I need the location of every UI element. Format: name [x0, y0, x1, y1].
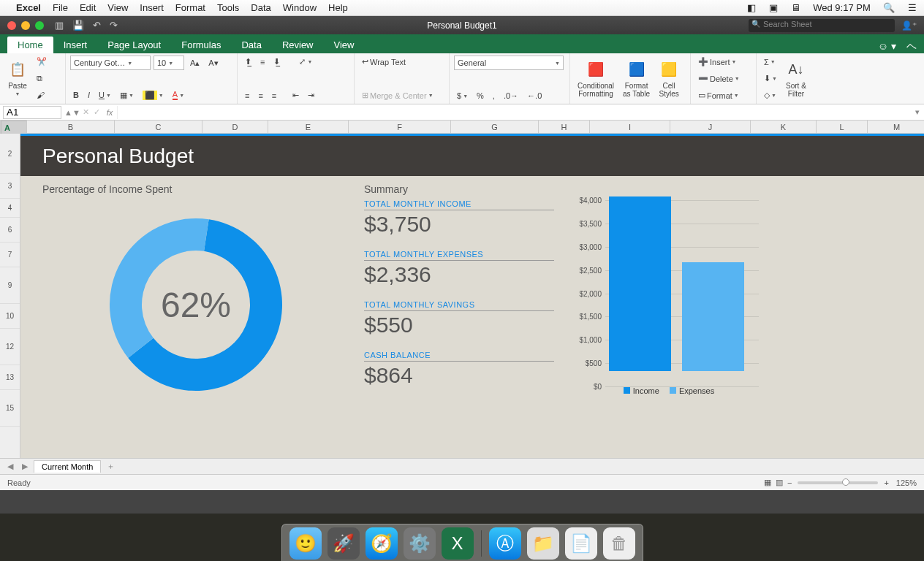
formula-input[interactable]	[117, 106, 915, 119]
menu-format[interactable]: Format	[175, 2, 205, 13]
sheet-content[interactable]: Personal Budget Percentage of Income Spe…	[20, 134, 924, 458]
smiley-feedback-icon[interactable]: ☺ ▾	[878, 40, 896, 53]
spotlight-icon[interactable]: 🔍	[883, 2, 895, 13]
paste-button[interactable]: 📋 Paste▼	[4, 58, 31, 99]
dock-trash[interactable]: 🗑	[603, 527, 635, 560]
menu-file[interactable]: File	[53, 2, 68, 13]
align-top-icon[interactable]: ⬆̲	[242, 56, 254, 68]
col-header-E[interactable]: E	[268, 121, 349, 133]
dock-downloads[interactable]: 📄	[565, 527, 597, 560]
increase-font-icon[interactable]: A▴	[187, 57, 202, 69]
qat-icon[interactable]: ▥	[55, 20, 64, 31]
delete-cells-button[interactable]: ➖ Delete ▼	[695, 72, 743, 85]
format-cells-button[interactable]: ▭ Format ▼	[695, 89, 742, 102]
collapse-ribbon-icon[interactable]: ヘ	[906, 40, 917, 53]
sheet-tab-current[interactable]: Current Month	[34, 460, 101, 473]
number-format-select[interactable]: General▼	[454, 56, 564, 70]
tab-insert[interactable]: Insert	[53, 37, 98, 53]
menu-tools[interactable]: Tools	[217, 2, 239, 13]
increase-indent-icon[interactable]: ⇥	[305, 89, 317, 102]
orientation-icon[interactable]: ⤢▼	[296, 56, 315, 68]
zoom-out-icon[interactable]: −	[787, 478, 792, 487]
fx-icon[interactable]: fx	[107, 108, 113, 117]
worksheet-area[interactable]: 23467910121315 Personal Budget Percentag…	[0, 134, 924, 458]
align-bottom-icon[interactable]: ⬇̲	[270, 56, 283, 68]
menu-edit[interactable]: Edit	[80, 2, 96, 13]
decrease-font-icon[interactable]: A▾	[205, 57, 221, 69]
border-button[interactable]: ▦▼	[117, 89, 137, 102]
menubar-clock[interactable]: Wed 9:17 PM	[813, 2, 871, 13]
format-painter-icon[interactable]: 🖌	[34, 89, 50, 101]
row-header-15[interactable]: 15	[0, 390, 20, 427]
align-center-icon[interactable]: ≡	[255, 90, 265, 102]
row-header-10[interactable]: 10	[0, 304, 20, 329]
col-header-D[interactable]: D	[202, 121, 268, 133]
dock-settings[interactable]: ⚙️	[404, 527, 436, 560]
font-size-select[interactable]: 10▼	[154, 56, 184, 70]
row-header-4[interactable]: 4	[0, 199, 20, 218]
align-middle-icon[interactable]: ≡	[257, 56, 268, 68]
zoom-slider[interactable]	[798, 481, 878, 484]
sheet-nav-next[interactable]: ▶	[19, 462, 31, 471]
col-header-M[interactable]: M	[868, 121, 924, 133]
font-name-select[interactable]: Century Got…▼	[70, 56, 151, 70]
row-header-13[interactable]: 13	[0, 365, 20, 390]
share-icon[interactable]: 👤⁺	[901, 20, 917, 31]
col-header-F[interactable]: F	[349, 121, 451, 133]
minimize-window[interactable]	[21, 21, 30, 30]
accounting-format-icon[interactable]: $ ▼	[454, 90, 471, 102]
tab-view[interactable]: View	[324, 37, 365, 53]
tab-home[interactable]: Home	[7, 37, 53, 53]
tab-formulas[interactable]: Formulas	[171, 37, 231, 53]
fill-color-button[interactable]: ⬛▼	[140, 89, 167, 102]
dock-launchpad[interactable]: 🚀	[327, 527, 360, 560]
align-right-icon[interactable]: ≡	[269, 90, 279, 102]
view-normal-icon[interactable]: ▦	[764, 478, 771, 487]
format-as-table-button[interactable]: 🟦Format as Table	[620, 58, 653, 99]
dock-safari[interactable]: 🧭	[366, 527, 398, 560]
menu-view[interactable]: View	[107, 2, 128, 13]
tab-data[interactable]: Data	[231, 37, 271, 53]
save-icon[interactable]: 💾	[72, 20, 84, 31]
row-header-9[interactable]: 9	[0, 267, 20, 304]
close-window[interactable]	[7, 21, 16, 30]
undo-icon[interactable]: ↶	[93, 20, 101, 31]
copy-icon[interactable]: ⧉	[34, 72, 50, 85]
fill-icon[interactable]: ⬇ ▼	[761, 72, 780, 85]
zoom-in-icon[interactable]: +	[884, 478, 888, 487]
col-header-B[interactable]: B	[27, 121, 115, 133]
wrap-text-button[interactable]: ↩ Wrap Text	[359, 56, 409, 68]
increase-decimal-icon[interactable]: .0→	[501, 90, 521, 102]
row-header-6[interactable]: 6	[0, 218, 20, 243]
font-color-button[interactable]: A▼	[170, 88, 187, 102]
search-sheet-input[interactable]: Search Sheet	[749, 19, 895, 32]
zoom-level[interactable]: 125%	[896, 478, 917, 487]
sort-filter-button[interactable]: A↓Sort & Filter	[783, 58, 809, 99]
row-header-3[interactable]: 3	[0, 174, 20, 199]
row-header-2[interactable]: 2	[0, 134, 20, 174]
tab-review[interactable]: Review	[272, 37, 324, 53]
view-page-layout-icon[interactable]: ▥	[776, 478, 783, 487]
expand-formula-bar-icon[interactable]: ▾	[915, 107, 920, 117]
redo-icon[interactable]: ↷	[110, 20, 118, 31]
menubar-icon[interactable]: ▣	[769, 2, 778, 13]
menubar-icon[interactable]: ◧	[747, 2, 756, 13]
col-header-K[interactable]: K	[751, 121, 817, 133]
app-menu[interactable]: Excel	[16, 2, 41, 13]
col-header-H[interactable]: H	[539, 121, 590, 133]
menu-data[interactable]: Data	[251, 2, 270, 13]
add-sheet-button[interactable]: ＋	[104, 461, 118, 472]
conditional-formatting-button[interactable]: 🟥Conditional Formatting	[575, 58, 617, 99]
name-box[interactable]	[3, 106, 61, 119]
align-left-icon[interactable]: ≡	[242, 90, 252, 102]
menu-insert[interactable]: Insert	[140, 2, 164, 13]
col-header-A[interactable]: A	[1, 121, 27, 135]
percent-format-icon[interactable]: %	[474, 90, 487, 102]
menubar-icon[interactable]: 🖥	[791, 2, 800, 13]
dock-folder[interactable]: 📁	[527, 527, 559, 560]
dock-finder[interactable]: 🙂	[289, 527, 322, 560]
bold-button[interactable]: B	[70, 89, 82, 101]
merge-center-button[interactable]: ⊞ Merge & Center ▼	[359, 89, 436, 102]
cut-icon[interactable]: ✂️	[34, 56, 50, 68]
menu-window[interactable]: Window	[283, 2, 317, 13]
